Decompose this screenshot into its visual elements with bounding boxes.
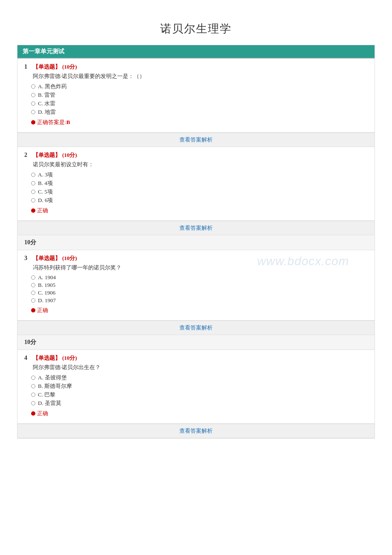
- question-2-number: 2: [24, 152, 31, 159]
- question-1-header: 1 【单选题】 (10分): [24, 63, 368, 71]
- question-3-status: 正确: [31, 306, 368, 314]
- question-3-header: 3 【单选题】 (10分): [24, 254, 368, 262]
- radio-2-b: [31, 181, 35, 185]
- option-1-a[interactable]: A. 黑色炸药: [31, 83, 368, 90]
- question-2-type: 【单选题】: [33, 151, 61, 159]
- question-3-text: 冯苏特列获得了哪一年的诺贝尔奖？: [33, 264, 368, 272]
- option-3-a[interactable]: A. 1904: [31, 274, 368, 281]
- option-1-d[interactable]: D. 地雷: [31, 108, 368, 116]
- radio-2-c: [31, 190, 35, 194]
- question-4-options: A. 圣彼得堡 B. 斯德哥尔摩 C. 巴黎 D. 圣雷莫: [31, 374, 368, 407]
- question-4-status: 正确: [31, 410, 368, 417]
- option-3-a-label: A. 1904: [38, 274, 56, 281]
- question-block-3: www.bdocx.com 3 【单选题】 (10分) 冯苏特列获得了哪一年的诺…: [17, 250, 375, 321]
- option-1-c-label: C. 水雷: [38, 100, 55, 107]
- option-3-b[interactable]: B. 1905: [31, 282, 368, 289]
- status-bullet-4: [31, 411, 35, 416]
- question-block-1: 1 【单选题】 (10分) 阿尔弗雷德·诺贝尔最重要的发明之一是：（） A. 黑…: [17, 59, 375, 133]
- view-analysis-2[interactable]: 查看答案解析: [17, 221, 375, 235]
- option-4-a[interactable]: A. 圣彼得堡: [31, 374, 368, 382]
- radio-3-d: [31, 298, 35, 303]
- status-text-3: 正确: [37, 306, 48, 314]
- option-2-c[interactable]: C. 5项: [31, 188, 368, 196]
- radio-3-b: [31, 283, 35, 287]
- option-4-b-label: B. 斯德哥尔摩: [38, 382, 72, 390]
- question-2-header: 2 【单选题】 (10分): [24, 151, 368, 159]
- radio-4-c: [31, 393, 35, 397]
- radio-3-c: [31, 291, 35, 295]
- view-analysis-3[interactable]: 查看答案解析: [17, 321, 375, 335]
- question-block-2: 2 【单选题】 (10分) 诺贝尔奖最初设立时有： A. 3项 B. 4项 C.…: [17, 147, 375, 221]
- radio-4-a: [31, 376, 35, 380]
- option-4-d-label: D. 圣雷莫: [38, 399, 61, 407]
- radio-4-d: [31, 401, 35, 405]
- radio-4-b: [31, 384, 35, 388]
- option-4-b[interactable]: B. 斯德哥尔摩: [31, 382, 368, 390]
- question-1-text: 阿尔弗雷德·诺贝尔最重要的发明之一是：（）: [33, 72, 368, 80]
- question-1-number: 1: [24, 64, 31, 70]
- answer-bullet-1: [31, 120, 35, 124]
- radio-1-d: [31, 110, 35, 114]
- score-bar-3: 10分: [17, 335, 375, 350]
- option-1-b-label: B. 雷管: [38, 91, 55, 99]
- option-4-d[interactable]: D. 圣雷莫: [31, 399, 368, 407]
- status-text-2: 正确: [37, 207, 48, 214]
- option-1-d-label: D. 地雷: [38, 108, 56, 116]
- question-3-options: A. 1904 B. 1905 C. 1906 D. 1907: [31, 274, 368, 304]
- option-2-a[interactable]: A. 3项: [31, 171, 368, 179]
- option-1-b[interactable]: B. 雷管: [31, 91, 368, 99]
- status-bullet-3: [31, 308, 35, 312]
- question-2-options: A. 3项 B. 4项 C. 5项 D. 6项: [31, 171, 368, 204]
- option-1-a-label: A. 黑色炸药: [38, 83, 67, 90]
- status-text-4: 正确: [37, 410, 48, 417]
- status-bullet-2: [31, 208, 35, 213]
- option-2-d[interactable]: D. 6项: [31, 197, 368, 204]
- answer-text-1: 正确答案是:B: [37, 119, 70, 126]
- radio-3-a: [31, 275, 35, 280]
- view-analysis-4[interactable]: 查看答案解析: [17, 424, 375, 438]
- radio-1-a: [31, 84, 35, 89]
- view-analysis-1-link[interactable]: 查看答案解析: [179, 136, 213, 143]
- page-title: 诺贝尔生理学: [17, 21, 375, 36]
- option-2-a-label: A. 3项: [38, 171, 53, 179]
- question-2-score: (10分): [62, 151, 77, 159]
- chapter-header: 第一章单元测试: [17, 45, 375, 59]
- view-analysis-3-link[interactable]: 查看答案解析: [179, 324, 213, 331]
- question-1-type: 【单选题】: [33, 63, 61, 71]
- option-2-c-label: C. 5项: [38, 188, 53, 196]
- option-4-c[interactable]: C. 巴黎: [31, 391, 368, 399]
- question-1-answer: 正确答案是:B: [31, 119, 368, 126]
- option-2-b-label: B. 4项: [38, 179, 53, 187]
- question-3-score: (10分): [62, 254, 77, 262]
- option-3-d-label: D. 1907: [38, 297, 56, 304]
- option-4-a-label: A. 圣彼得堡: [38, 374, 67, 382]
- question-4-type: 【单选题】: [33, 354, 61, 362]
- question-1-options: A. 黑色炸药 B. 雷管 C. 水雷 D. 地雷: [31, 83, 368, 116]
- option-4-c-label: C. 巴黎: [38, 391, 55, 399]
- view-analysis-4-link[interactable]: 查看答案解析: [179, 428, 213, 434]
- question-4-text: 阿尔弗雷德·诺贝尔出生在？: [33, 364, 368, 371]
- radio-1-b: [31, 93, 35, 97]
- question-4-number: 4: [24, 355, 31, 361]
- option-3-d[interactable]: D. 1907: [31, 297, 368, 304]
- question-block-4: 4 【单选题】 (10分) 阿尔弗雷德·诺贝尔出生在？ A. 圣彼得堡 B. 斯…: [17, 350, 375, 424]
- quiz-container: 第一章单元测试 1 【单选题】 (10分) 阿尔弗雷德·诺贝尔最重要的发明之一是…: [17, 45, 375, 439]
- view-analysis-1[interactable]: 查看答案解析: [17, 133, 375, 147]
- question-2-text: 诺贝尔奖最初设立时有：: [33, 161, 368, 168]
- radio-2-d: [31, 198, 35, 202]
- score-bar-2: 10分: [17, 235, 375, 250]
- question-1-score: (10分): [62, 63, 77, 71]
- option-1-c[interactable]: C. 水雷: [31, 100, 368, 107]
- question-2-status: 正确: [31, 207, 368, 214]
- question-3-number: 3: [24, 255, 31, 262]
- option-3-c[interactable]: C. 1906: [31, 289, 368, 296]
- view-analysis-2-link[interactable]: 查看答案解析: [179, 225, 213, 231]
- option-2-b[interactable]: B. 4项: [31, 179, 368, 187]
- option-3-c-label: C. 1906: [38, 289, 55, 296]
- radio-2-a: [31, 173, 35, 177]
- question-4-header: 4 【单选题】 (10分): [24, 354, 368, 362]
- question-4-score: (10分): [62, 354, 77, 362]
- question-3-type: 【单选题】: [33, 254, 61, 262]
- radio-1-c: [31, 101, 35, 106]
- option-3-b-label: B. 1905: [38, 282, 55, 289]
